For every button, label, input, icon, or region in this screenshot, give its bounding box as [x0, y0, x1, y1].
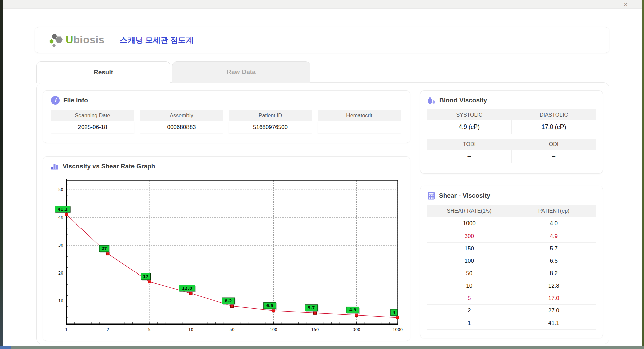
bv-value: 17.0 (cP): [512, 120, 596, 134]
field-label: Assembly: [140, 110, 223, 121]
patient-viscosity-cell: 5.7: [512, 242, 596, 255]
svg-text:4.9: 4.9: [349, 308, 356, 312]
ubiosis-logo-icon: [49, 33, 64, 47]
svg-text:100: 100: [270, 327, 277, 332]
field-label: Hematocrit: [318, 110, 401, 121]
result-panel: i File Info Scanning Date2025-06-18Assem…: [36, 82, 609, 344]
file-info-field-scanning-date: Scanning Date2025-06-18: [51, 110, 134, 133]
app-window: Ubiosis 스캐닝 모세관 점도계 Result Raw Data i Fi…: [3, 9, 642, 346]
svg-text:2: 2: [107, 327, 109, 332]
app-header: Ubiosis 스캐닝 모세관 점도계: [35, 27, 609, 53]
svg-text:1: 1: [65, 327, 68, 332]
field-value: 2025-06-18: [51, 121, 134, 133]
app-title: 스캐닝 모세관 점도계: [120, 35, 194, 45]
bv-value: –: [512, 150, 596, 163]
shear-rate-cell: 150: [427, 242, 512, 255]
svg-text:12.8: 12.8: [182, 286, 192, 291]
bv-header: SYSTOLIC: [427, 109, 512, 120]
tab-raw-data[interactable]: Raw Data: [172, 61, 310, 83]
shear-rate-cell: 2: [427, 304, 512, 317]
svg-text:4: 4: [393, 310, 395, 315]
shear-rate-cell: 5: [427, 292, 512, 304]
shear-viscosity-row: 3004.9: [427, 230, 596, 242]
shear-rate-cell: 50: [427, 267, 512, 280]
bv-value: 4.9 (cP): [427, 120, 512, 134]
svg-text:5.7: 5.7: [308, 306, 315, 310]
taskbar-strip: [0, 346, 644, 349]
patient-col-header: PATIENT(cp): [512, 205, 596, 217]
file-info-field-hematocrit: Hematocrit: [318, 110, 401, 133]
shear-rate-cell: 10: [427, 280, 512, 292]
shear-viscosity-row: 141.1: [427, 317, 596, 329]
file-info-fields: Scanning Date2025-06-18Assembly000680883…: [51, 110, 402, 133]
bv-header: TODI: [427, 139, 512, 150]
close-button[interactable]: ×: [621, 1, 630, 8]
patient-viscosity-cell: 4.0: [512, 217, 596, 230]
calculator-icon: [427, 191, 435, 200]
field-label: Scanning Date: [51, 110, 134, 121]
svg-text:17: 17: [143, 274, 149, 279]
svg-text:300: 300: [353, 327, 360, 332]
patient-viscosity-cell: 17.0: [512, 292, 596, 304]
field-value: [318, 121, 401, 133]
blood-viscosity-card: Blood Viscosity SYSTOLICDIASTOLIC4.9 (cP…: [420, 90, 603, 174]
tab-result[interactable]: Result: [36, 61, 170, 83]
svg-text:41.1: 41.1: [58, 207, 68, 212]
svg-text:1000: 1000: [393, 327, 403, 332]
file-info-field-assembly: Assembly000680883: [140, 110, 223, 133]
patient-viscosity-cell: 4.9: [512, 230, 596, 242]
graph-card: Viscosity vs Shear Rate Graph 1020304050…: [43, 156, 410, 341]
shear-viscosity-row: 508.2: [427, 267, 596, 280]
svg-text:8.2: 8.2: [225, 299, 232, 303]
svg-text:150: 150: [311, 327, 319, 332]
patient-viscosity-cell: 27.0: [512, 304, 596, 317]
patient-viscosity-cell: 41.1: [512, 317, 596, 329]
patient-viscosity-cell: 12.8: [512, 280, 596, 292]
shear-viscosity-row: 227.0: [427, 304, 596, 317]
shear-viscosity-row: 517.0: [427, 292, 596, 304]
shear-viscosity-table: SHEAR RATE(1/s) PATIENT(cp) 10004.03004.…: [427, 205, 596, 330]
shear-viscosity-row: 10004.0: [427, 217, 596, 230]
shear-rate-cell: 1000: [427, 217, 512, 230]
svg-text:20: 20: [58, 271, 63, 276]
desktop-edge-left: [0, 0, 3, 349]
shear-rate-cell: 1: [427, 317, 512, 329]
patient-viscosity-cell: 6.5: [512, 255, 596, 267]
svg-text:27: 27: [101, 246, 107, 251]
svg-text:30: 30: [58, 243, 63, 248]
blood-viscosity-table: SYSTOLICDIASTOLIC4.9 (cP)17.0 (cP)TODIOD…: [427, 109, 596, 163]
bv-header: DIASTOLIC: [512, 109, 596, 120]
svg-text:50: 50: [229, 327, 234, 332]
shear-viscosity-title: Shear - Viscosity: [439, 192, 490, 199]
ubiosis-logo: Ubiosis: [49, 33, 104, 47]
desktop-edge-right: [642, 0, 644, 349]
bv-value: –: [427, 150, 512, 163]
svg-text:5: 5: [148, 327, 151, 332]
taskbar-accent: [0, 346, 11, 349]
shear-viscosity-card: Shear - Viscosity SHEAR RATE(1/s) PATIEN…: [420, 186, 603, 338]
field-label: Patient ID: [229, 110, 312, 121]
info-icon: i: [51, 96, 60, 105]
file-info-title: File Info: [63, 97, 88, 104]
window-titlebar: ×: [3, 0, 642, 9]
shear-rate-cell: 300: [427, 230, 512, 242]
shear-rate-cell: 100: [427, 255, 512, 267]
svg-text:50: 50: [58, 187, 63, 192]
file-info-card: i File Info Scanning Date2025-06-18Assem…: [43, 90, 410, 143]
patient-viscosity-cell: 8.2: [512, 267, 596, 280]
svg-text:10: 10: [188, 327, 193, 332]
shear-col-header: SHEAR RATE(1/s): [427, 205, 512, 217]
viscosity-shear-chart: 10203040501251050100150300100041.1271712…: [43, 157, 411, 341]
svg-text:40: 40: [58, 215, 63, 220]
field-value: 51680976500: [229, 121, 312, 133]
blood-drop-icon: [427, 96, 436, 105]
file-info-field-patient-id: Patient ID51680976500: [229, 110, 312, 133]
blood-viscosity-title: Blood Viscosity: [439, 97, 487, 104]
field-value: 000680883: [140, 121, 223, 133]
svg-text:6.5: 6.5: [266, 303, 273, 308]
logo-wordmark: Ubiosis: [66, 34, 104, 46]
tab-bar: Result Raw Data: [36, 61, 310, 83]
shear-viscosity-row: 1012.8: [427, 280, 596, 292]
shear-viscosity-row: 1006.5: [427, 255, 596, 267]
svg-text:10: 10: [58, 299, 63, 303]
